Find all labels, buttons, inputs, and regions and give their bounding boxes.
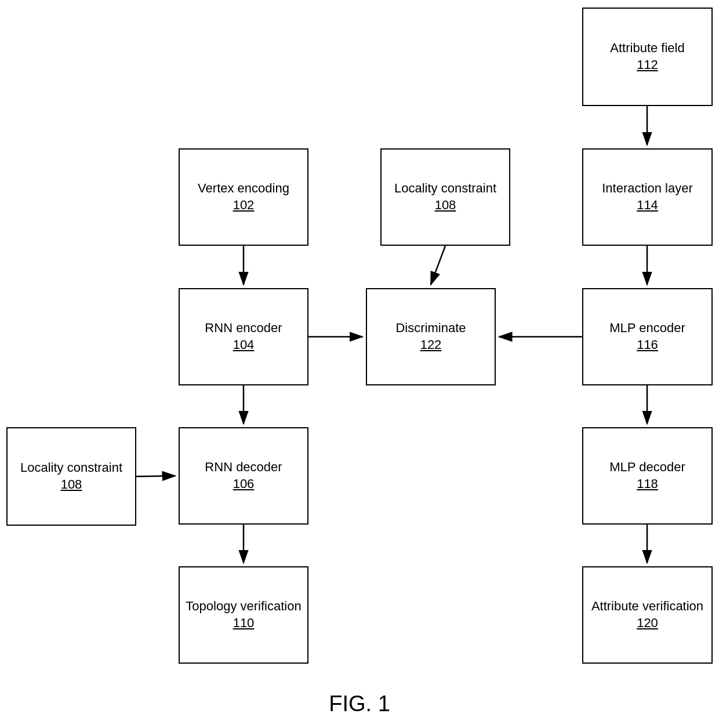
topology-verification-box: Topology verification 110 <box>179 566 308 664</box>
rnn-decoder-label: RNN decoder <box>205 459 282 476</box>
locality-constraint-top-label: Locality constraint <box>394 180 496 197</box>
rnn-encoder-label: RNN encoder <box>205 320 282 337</box>
attribute-field-ref: 112 <box>637 57 658 74</box>
topology-verification-label: Topology verification <box>186 598 301 615</box>
locality-constraint-left-box: Locality constraint 108 <box>6 427 136 526</box>
attribute-field-label: Attribute field <box>610 40 684 57</box>
arrow-locality-top-to-discriminate <box>431 246 445 285</box>
vertex-encoding-ref: 102 <box>233 197 255 214</box>
locality-constraint-left-ref: 108 <box>61 476 82 493</box>
locality-constraint-left-label: Locality constraint <box>20 460 122 476</box>
rnn-encoder-ref: 104 <box>233 337 255 354</box>
mlp-encoder-ref: 116 <box>637 337 658 354</box>
discriminate-ref: 122 <box>420 337 442 354</box>
attribute-verification-label: Attribute verification <box>591 598 703 615</box>
rnn-decoder-ref: 106 <box>233 476 255 493</box>
vertex-encoding-box: Vertex encoding 102 <box>179 148 308 246</box>
attribute-verification-ref: 120 <box>637 615 658 632</box>
interaction-layer-ref: 114 <box>637 197 658 214</box>
figure-label: FIG. 1 <box>0 691 719 716</box>
rnn-encoder-box: RNN encoder 104 <box>179 288 308 385</box>
mlp-encoder-label: MLP encoder <box>609 320 685 337</box>
locality-constraint-top-box: Locality constraint 108 <box>380 148 510 246</box>
mlp-encoder-box: MLP encoder 116 <box>582 288 713 385</box>
discriminate-box: Discriminate 122 <box>366 288 496 385</box>
attribute-verification-box: Attribute verification 120 <box>582 566 713 664</box>
arrow-locality-left-to-rnn-decoder <box>136 476 175 476</box>
interaction-layer-label: Interaction layer <box>602 180 693 197</box>
topology-verification-ref: 110 <box>233 615 255 632</box>
vertex-encoding-label: Vertex encoding <box>198 180 289 197</box>
mlp-decoder-box: MLP decoder 118 <box>582 427 713 525</box>
locality-constraint-top-ref: 108 <box>435 197 456 214</box>
attribute-field-box: Attribute field 112 <box>582 8 713 106</box>
interaction-layer-box: Interaction layer 114 <box>582 148 713 246</box>
rnn-decoder-box: RNN decoder 106 <box>179 427 308 525</box>
discriminate-label: Discriminate <box>395 320 466 337</box>
mlp-decoder-ref: 118 <box>637 476 658 493</box>
diagram: Attribute field 112 Interaction layer 11… <box>0 0 719 684</box>
mlp-decoder-label: MLP decoder <box>609 459 685 476</box>
